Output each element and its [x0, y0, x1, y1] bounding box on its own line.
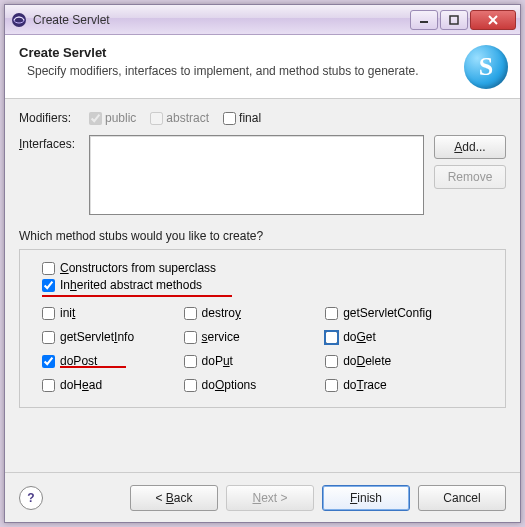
titlebar[interactable]: Create Servlet [5, 5, 520, 35]
stub-doPut[interactable]: doPut [184, 354, 326, 368]
stub-doTrace-label: doTrace [343, 378, 387, 392]
add-button[interactable]: Add... [434, 135, 506, 159]
window-title: Create Servlet [33, 13, 408, 27]
stub-service[interactable]: service [184, 330, 326, 344]
stub-doOptions-checkbox[interactable] [184, 379, 197, 392]
next-button: Next > [226, 485, 314, 511]
maximize-button[interactable] [440, 10, 468, 30]
remove-button: Remove [434, 165, 506, 189]
stub-init-label: init [60, 306, 75, 320]
stub-doDelete[interactable]: doDelete [325, 354, 495, 368]
modifier-abstract-checkbox [150, 112, 163, 125]
stub-getServletConfig-checkbox[interactable] [325, 307, 338, 320]
stub-doPut-checkbox[interactable] [184, 355, 197, 368]
stub-doTrace[interactable]: doTrace [325, 378, 495, 392]
stub-getServletInfo[interactable]: getServletInfo [42, 330, 184, 344]
stub-doPost-checkbox[interactable] [42, 355, 55, 368]
constructors-checkbox-row[interactable]: Constructors from superclass [42, 261, 495, 275]
modifier-public-checkbox [89, 112, 102, 125]
modifiers-label: Modifiers: [19, 111, 89, 125]
stub-getServletConfig[interactable]: getServletConfig [325, 306, 495, 320]
modifier-public: public [89, 111, 136, 125]
inherited-checkbox-row[interactable]: Inherited abstract methods [42, 278, 495, 292]
stub-doOptions[interactable]: doOptions [184, 378, 326, 392]
close-button[interactable] [470, 10, 516, 30]
stub-doTrace-checkbox[interactable] [325, 379, 338, 392]
banner: Create Servlet Specify modifiers, interf… [5, 35, 520, 99]
stub-getServletInfo-label: getServletInfo [60, 330, 134, 344]
stub-destroy[interactable]: destroy [184, 306, 326, 320]
stub-init[interactable]: init [42, 306, 184, 320]
stub-doGet[interactable]: doGet [325, 330, 495, 344]
stub-doHead-label: doHead [60, 378, 102, 392]
footer: ? < Back Next > Finish Cancel [5, 472, 520, 522]
stub-doPut-label: doPut [202, 354, 233, 368]
modifier-final-checkbox[interactable] [223, 112, 236, 125]
servlet-icon: S [464, 45, 508, 89]
svg-rect-3 [450, 16, 458, 24]
back-button[interactable]: < Back [130, 485, 218, 511]
stub-doPost[interactable]: doPost [42, 354, 184, 368]
constructors-label: Constructors from superclass [60, 261, 216, 275]
content-area: Modifiers: public abstract final Interfa… [5, 99, 520, 408]
annotation-redline [42, 295, 232, 297]
modifiers-row: Modifiers: public abstract final [19, 111, 506, 125]
banner-subtext: Specify modifiers, interfaces to impleme… [27, 64, 506, 78]
inherited-checkbox[interactable] [42, 279, 55, 292]
stub-doHead-checkbox[interactable] [42, 379, 55, 392]
dialog-window: Create Servlet Create Servlet Specify mo… [4, 4, 521, 523]
modifier-final[interactable]: final [223, 111, 261, 125]
inherited-label: Inherited abstract methods [60, 278, 202, 292]
stub-doHead[interactable]: doHead [42, 378, 184, 392]
interfaces-list[interactable] [89, 135, 424, 215]
finish-button[interactable]: Finish [322, 485, 410, 511]
stub-destroy-checkbox[interactable] [184, 307, 197, 320]
help-button[interactable]: ? [19, 486, 43, 510]
minimize-button[interactable] [410, 10, 438, 30]
stub-doGet-checkbox[interactable] [325, 331, 338, 344]
stub-destroy-label: destroy [202, 306, 241, 320]
stub-doOptions-label: doOptions [202, 378, 257, 392]
stub-service-label: service [202, 330, 240, 344]
stub-getServletConfig-label: getServletConfig [343, 306, 432, 320]
stub-init-checkbox[interactable] [42, 307, 55, 320]
banner-heading: Create Servlet [19, 45, 506, 60]
stub-doDelete-checkbox[interactable] [325, 355, 338, 368]
interfaces-label: Interfaces: [19, 135, 89, 151]
eclipse-icon [11, 12, 27, 28]
interfaces-row: Interfaces: Add... Remove [19, 135, 506, 215]
stub-service-checkbox[interactable] [184, 331, 197, 344]
stub-grid: initdestroygetServletConfiggetServletInf… [42, 303, 495, 395]
stubs-panel: Constructors from superclass Inherited a… [19, 249, 506, 408]
stub-getServletInfo-checkbox[interactable] [42, 331, 55, 344]
constructors-checkbox[interactable] [42, 262, 55, 275]
annotation-redline [60, 366, 126, 368]
stubs-question: Which method stubs would you like to cre… [19, 229, 506, 243]
modifier-abstract: abstract [150, 111, 209, 125]
cancel-button[interactable]: Cancel [418, 485, 506, 511]
stub-doDelete-label: doDelete [343, 354, 391, 368]
stub-doGet-label: doGet [343, 330, 376, 344]
